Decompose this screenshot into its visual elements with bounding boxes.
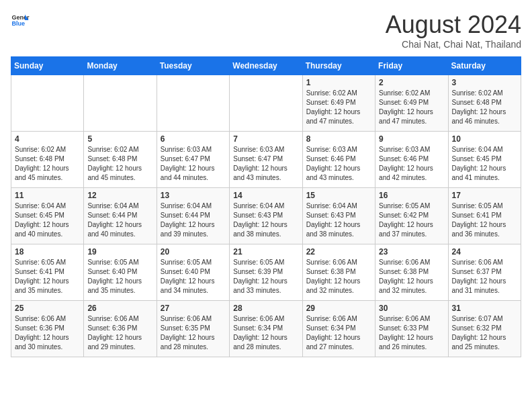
day-info: Sunrise: 6:03 AMSunset: 6:47 PMDaylight:… — [233, 145, 298, 183]
title-area: August 2024 Chai Nat, Chai Nat, Thailand — [386, 11, 521, 50]
day-number: 4 — [15, 134, 80, 144]
day-number: 8 — [306, 134, 371, 144]
calendar-week-row: 25Sunrise: 6:06 AMSunset: 6:36 PMDayligh… — [11, 301, 521, 357]
day-number: 7 — [233, 134, 298, 144]
day-number: 13 — [161, 191, 226, 200]
calendar-cell: 1Sunrise: 6:02 AMSunset: 6:49 PMDaylight… — [302, 75, 375, 132]
day-number: 1 — [306, 78, 371, 87]
day-number: 29 — [306, 304, 371, 313]
day-info: Sunrise: 6:06 AMSunset: 6:35 PMDaylight:… — [161, 314, 226, 352]
day-number: 19 — [87, 247, 152, 257]
day-number: 10 — [452, 134, 517, 144]
logo-icon: General Blue — [11, 11, 30, 30]
day-number: 22 — [306, 247, 371, 257]
day-number: 23 — [379, 247, 444, 257]
day-info: Sunrise: 6:02 AMSunset: 6:49 PMDaylight:… — [379, 89, 444, 126]
calendar-cell: 3Sunrise: 6:02 AMSunset: 6:48 PMDaylight… — [448, 75, 521, 132]
day-info: Sunrise: 6:05 AMSunset: 6:40 PMDaylight:… — [87, 258, 152, 295]
day-info: Sunrise: 6:02 AMSunset: 6:48 PMDaylight:… — [452, 89, 517, 126]
day-number: 11 — [15, 191, 80, 200]
weekday-header-cell: Monday — [84, 57, 157, 75]
day-info: Sunrise: 6:02 AMSunset: 6:48 PMDaylight:… — [87, 145, 152, 183]
day-number: 5 — [87, 134, 152, 144]
day-info: Sunrise: 6:06 AMSunset: 6:36 PMDaylight:… — [15, 314, 80, 352]
calendar-cell: 13Sunrise: 6:04 AMSunset: 6:44 PMDayligh… — [157, 188, 229, 244]
day-info: Sunrise: 6:05 AMSunset: 6:41 PMDaylight:… — [15, 258, 80, 295]
day-number: 28 — [233, 304, 298, 313]
day-info: Sunrise: 6:04 AMSunset: 6:44 PMDaylight:… — [161, 201, 226, 239]
calendar-cell: 24Sunrise: 6:06 AMSunset: 6:37 PMDayligh… — [448, 244, 521, 301]
calendar-cell: 29Sunrise: 6:06 AMSunset: 6:34 PMDayligh… — [302, 301, 375, 357]
calendar-cell — [11, 75, 84, 132]
day-number: 20 — [161, 247, 226, 257]
calendar-cell: 17Sunrise: 6:05 AMSunset: 6:41 PMDayligh… — [448, 188, 521, 244]
day-info: Sunrise: 6:06 AMSunset: 6:36 PMDaylight:… — [87, 314, 152, 352]
calendar-cell: 10Sunrise: 6:04 AMSunset: 6:45 PMDayligh… — [448, 132, 521, 188]
logo: General Blue — [11, 11, 30, 30]
calendar-cell: 8Sunrise: 6:03 AMSunset: 6:46 PMDaylight… — [302, 132, 375, 188]
calendar-cell: 25Sunrise: 6:06 AMSunset: 6:36 PMDayligh… — [11, 301, 84, 357]
day-info: Sunrise: 6:05 AMSunset: 6:40 PMDaylight:… — [161, 258, 226, 295]
day-number: 18 — [15, 247, 80, 257]
calendar-cell: 23Sunrise: 6:06 AMSunset: 6:38 PMDayligh… — [375, 244, 448, 301]
day-info: Sunrise: 6:06 AMSunset: 6:38 PMDaylight:… — [379, 258, 444, 295]
page-title: August 2024 — [386, 11, 521, 39]
calendar-cell: 20Sunrise: 6:05 AMSunset: 6:40 PMDayligh… — [157, 244, 229, 301]
calendar-cell: 26Sunrise: 6:06 AMSunset: 6:36 PMDayligh… — [84, 301, 157, 357]
calendar-body: 1Sunrise: 6:02 AMSunset: 6:49 PMDaylight… — [11, 75, 521, 357]
day-number: 14 — [233, 191, 298, 200]
day-info: Sunrise: 6:04 AMSunset: 6:43 PMDaylight:… — [306, 201, 371, 239]
day-info: Sunrise: 6:02 AMSunset: 6:48 PMDaylight:… — [15, 145, 80, 183]
day-info: Sunrise: 6:03 AMSunset: 6:46 PMDaylight:… — [306, 145, 371, 183]
day-info: Sunrise: 6:03 AMSunset: 6:47 PMDaylight:… — [161, 145, 226, 183]
calendar-cell: 5Sunrise: 6:02 AMSunset: 6:48 PMDaylight… — [84, 132, 157, 188]
day-number: 27 — [161, 304, 226, 313]
day-info: Sunrise: 6:06 AMSunset: 6:37 PMDaylight:… — [452, 258, 517, 295]
day-info: Sunrise: 6:03 AMSunset: 6:46 PMDaylight:… — [379, 145, 444, 183]
day-info: Sunrise: 6:04 AMSunset: 6:45 PMDaylight:… — [15, 201, 80, 239]
day-info: Sunrise: 6:06 AMSunset: 6:33 PMDaylight:… — [379, 314, 444, 352]
day-info: Sunrise: 6:05 AMSunset: 6:42 PMDaylight:… — [379, 201, 444, 239]
calendar-week-row: 1Sunrise: 6:02 AMSunset: 6:49 PMDaylight… — [11, 75, 521, 132]
calendar-cell: 28Sunrise: 6:06 AMSunset: 6:34 PMDayligh… — [230, 301, 302, 357]
calendar-cell: 27Sunrise: 6:06 AMSunset: 6:35 PMDayligh… — [157, 301, 229, 357]
day-number: 31 — [452, 304, 517, 313]
calendar-week-row: 11Sunrise: 6:04 AMSunset: 6:45 PMDayligh… — [11, 188, 521, 244]
day-info: Sunrise: 6:05 AMSunset: 6:39 PMDaylight:… — [233, 258, 298, 295]
day-number: 24 — [452, 247, 517, 257]
calendar-cell: 14Sunrise: 6:04 AMSunset: 6:43 PMDayligh… — [230, 188, 302, 244]
calendar-cell: 18Sunrise: 6:05 AMSunset: 6:41 PMDayligh… — [11, 244, 84, 301]
calendar-cell: 7Sunrise: 6:03 AMSunset: 6:47 PMDaylight… — [230, 132, 302, 188]
calendar-cell: 19Sunrise: 6:05 AMSunset: 6:40 PMDayligh… — [84, 244, 157, 301]
day-number: 3 — [452, 78, 517, 87]
day-info: Sunrise: 6:06 AMSunset: 6:34 PMDaylight:… — [233, 314, 298, 352]
calendar-cell: 9Sunrise: 6:03 AMSunset: 6:46 PMDaylight… — [375, 132, 448, 188]
day-number: 6 — [161, 134, 226, 144]
weekday-header-cell: Thursday — [302, 57, 375, 75]
calendar-cell: 22Sunrise: 6:06 AMSunset: 6:38 PMDayligh… — [302, 244, 375, 301]
calendar-cell: 16Sunrise: 6:05 AMSunset: 6:42 PMDayligh… — [375, 188, 448, 244]
day-number: 30 — [379, 304, 444, 313]
day-number: 21 — [233, 247, 298, 257]
weekday-header-cell: Tuesday — [157, 57, 229, 75]
day-info: Sunrise: 6:02 AMSunset: 6:49 PMDaylight:… — [306, 89, 371, 126]
day-number: 12 — [87, 191, 152, 200]
calendar-week-row: 4Sunrise: 6:02 AMSunset: 6:48 PMDaylight… — [11, 132, 521, 188]
weekday-header-row: SundayMondayTuesdayWednesdayThursdayFrid… — [11, 57, 521, 75]
calendar-cell: 30Sunrise: 6:06 AMSunset: 6:33 PMDayligh… — [375, 301, 448, 357]
day-info: Sunrise: 6:05 AMSunset: 6:41 PMDaylight:… — [452, 201, 517, 239]
day-number: 17 — [452, 191, 517, 200]
calendar-cell: 2Sunrise: 6:02 AMSunset: 6:49 PMDaylight… — [375, 75, 448, 132]
day-number: 15 — [306, 191, 371, 200]
calendar-cell: 11Sunrise: 6:04 AMSunset: 6:45 PMDayligh… — [11, 188, 84, 244]
day-info: Sunrise: 6:06 AMSunset: 6:38 PMDaylight:… — [306, 258, 371, 295]
svg-text:Blue: Blue — [11, 20, 25, 27]
day-number: 9 — [379, 134, 444, 144]
calendar-cell: 4Sunrise: 6:02 AMSunset: 6:48 PMDaylight… — [11, 132, 84, 188]
day-info: Sunrise: 6:04 AMSunset: 6:43 PMDaylight:… — [233, 201, 298, 239]
day-info: Sunrise: 6:04 AMSunset: 6:44 PMDaylight:… — [87, 201, 152, 239]
header: General Blue August 2024 Chai Nat, Chai … — [11, 11, 521, 50]
day-number: 16 — [379, 191, 444, 200]
calendar-cell: 15Sunrise: 6:04 AMSunset: 6:43 PMDayligh… — [302, 188, 375, 244]
day-info: Sunrise: 6:07 AMSunset: 6:32 PMDaylight:… — [452, 314, 517, 352]
